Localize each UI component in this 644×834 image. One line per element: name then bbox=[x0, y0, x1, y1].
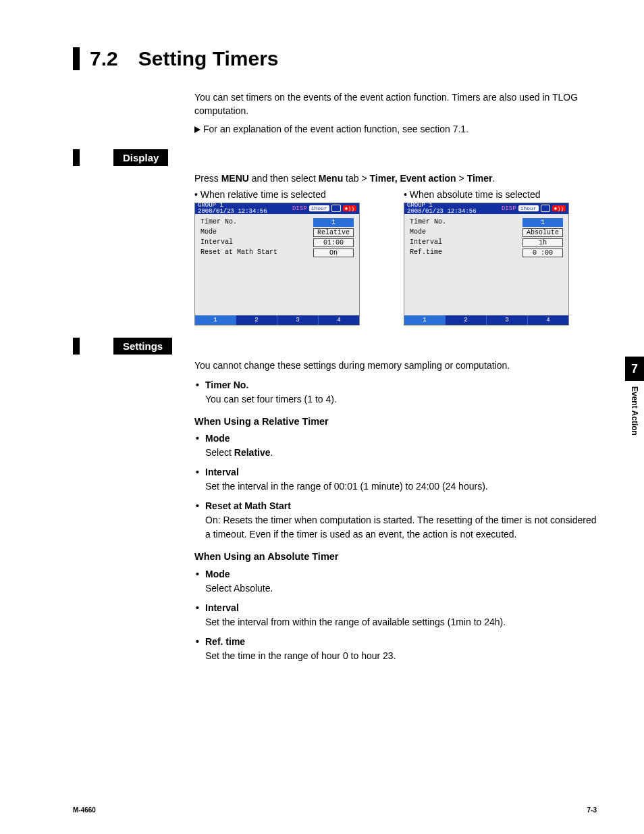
body-text: . bbox=[271, 447, 273, 458]
menu-text: . bbox=[493, 173, 495, 184]
chapter-label: Event Action bbox=[630, 386, 639, 436]
list-item: Timer No. You can set four timers (1 to … bbox=[194, 378, 597, 407]
menu-tab-label: Menu bbox=[319, 173, 344, 184]
interval-chip: 1hour bbox=[309, 205, 329, 211]
item-title: Timer No. bbox=[205, 380, 248, 390]
section-number: 7.2 bbox=[90, 47, 118, 70]
side-tab: 7 Event Action bbox=[625, 357, 644, 436]
footer-left: M-4660 bbox=[73, 806, 96, 814]
item-title: Mode bbox=[205, 433, 230, 444]
list-item: Mode Select Absolute. bbox=[194, 567, 597, 596]
heading-bar bbox=[73, 47, 80, 70]
menu-text: Press bbox=[194, 173, 221, 184]
footer-right: 7-3 bbox=[587, 806, 597, 814]
menu-text: and then select bbox=[249, 173, 319, 184]
section-heading: 7.2 Setting Timers bbox=[73, 47, 597, 70]
subheading-bar bbox=[73, 338, 80, 355]
menu-item-label: Timer bbox=[467, 173, 493, 184]
record-icon: ●)) bbox=[552, 205, 566, 211]
item-body: Select Relative. bbox=[205, 447, 273, 458]
lcd-field-value: Absolute bbox=[522, 228, 563, 237]
lcd-field-value: 01:00 bbox=[313, 238, 354, 247]
list-item: Reset at Math Start On: Resets the timer… bbox=[194, 499, 597, 542]
lcd-field-value: 0 :00 bbox=[522, 249, 563, 257]
lcd-field-label: Mode bbox=[200, 228, 217, 237]
subsection-heading: When Using a Relative Timer bbox=[194, 415, 597, 429]
item-body: Select Absolute. bbox=[205, 583, 273, 594]
menu-path: Press MENU and then select Menu tab > Ti… bbox=[194, 173, 597, 184]
lcd-tab: 1 bbox=[404, 315, 446, 325]
display-label: Display bbox=[113, 149, 168, 166]
lcd-tab: 4 bbox=[319, 315, 359, 325]
chapter-number: 7 bbox=[625, 357, 644, 381]
menu-text: > bbox=[456, 173, 467, 184]
body-bold: Relative bbox=[234, 447, 271, 458]
section-title: Setting Timers bbox=[138, 47, 279, 70]
disp-icon: DISP bbox=[292, 205, 307, 212]
lcd-field-label: Timer No. bbox=[200, 218, 237, 227]
item-body: You can set four timers (1 to 4). bbox=[205, 394, 337, 405]
body-text: Select bbox=[205, 447, 234, 458]
lcd-tab: 1 bbox=[195, 315, 236, 325]
camera-icon bbox=[541, 205, 550, 212]
lcd-datetime: 2008/01/23 12:34:56 bbox=[407, 208, 477, 215]
lcd-field-label: Interval bbox=[200, 238, 233, 247]
settings-subheading: Settings bbox=[73, 338, 597, 355]
lcd-field-label: Mode bbox=[410, 228, 426, 237]
lcd-field-value: Relative bbox=[313, 228, 354, 237]
lcd-datetime: 2008/01/23 12:34:56 bbox=[198, 208, 267, 215]
settings-label: Settings bbox=[113, 338, 172, 355]
triangle-icon bbox=[194, 126, 200, 133]
list-item: Mode Select Relative. bbox=[194, 432, 597, 460]
subheading-bar bbox=[73, 149, 80, 166]
lcd-tab: 4 bbox=[528, 315, 568, 325]
lcd-field-value: On bbox=[313, 249, 354, 257]
list-item: Interval Set the interval from within th… bbox=[194, 601, 597, 629]
lcd-tab: 2 bbox=[446, 315, 487, 325]
screenshot-caption-relative: • When relative time is selected bbox=[194, 189, 387, 200]
lcd-field-label: Timer No. bbox=[410, 218, 446, 227]
item-title: Interval bbox=[205, 467, 239, 477]
lcd-field-value: 1h bbox=[522, 238, 563, 247]
camera-icon bbox=[331, 205, 341, 212]
lcd-field-label: Ref.time bbox=[410, 249, 442, 257]
list-item: Interval Set the interval in the range o… bbox=[194, 465, 597, 494]
interval-chip: 1hour bbox=[518, 205, 539, 211]
cross-reference-text: For an explanation of the event action f… bbox=[203, 124, 468, 134]
item-title: Mode bbox=[205, 569, 230, 579]
list-item: Ref. time Set the time in the range of h… bbox=[194, 635, 597, 663]
intro-paragraph: You can set timers on the events of the … bbox=[194, 90, 597, 118]
item-body: Set the time in the range of hour 0 to h… bbox=[205, 650, 396, 661]
lcd-tab: 2 bbox=[236, 315, 277, 325]
lcd-tab: 3 bbox=[277, 315, 319, 325]
lcd-field-value: 1 bbox=[313, 218, 354, 227]
lcd-tab: 3 bbox=[487, 315, 528, 325]
screenshot-caption-absolute: • When absolute time is selected bbox=[404, 189, 597, 200]
item-title: Interval bbox=[205, 602, 239, 613]
settings-lead: You cannot change these settings during … bbox=[194, 359, 597, 373]
cross-reference: For an explanation of the event action f… bbox=[194, 124, 597, 134]
item-body: Set the interval in the range of 00:01 (… bbox=[205, 481, 488, 492]
record-icon: ●)) bbox=[343, 205, 356, 211]
menu-button-label: MENU bbox=[221, 173, 249, 184]
menu-item-label: Timer, Event action bbox=[370, 173, 456, 184]
item-title: Ref. time bbox=[205, 636, 245, 647]
lcd-screenshot-absolute: GROUP 1 2008/01/23 12:34:56 DISP 1hour ●… bbox=[404, 203, 569, 325]
lcd-field-value: 1 bbox=[522, 218, 563, 227]
lcd-screenshot-relative: GROUP 1 2008/01/23 12:34:56 DISP 1hour ●… bbox=[194, 203, 360, 325]
subsection-heading: When Using an Absolute Timer bbox=[194, 550, 597, 565]
item-body: On: Resets the timer when computation is… bbox=[205, 515, 596, 540]
display-subheading: Display bbox=[73, 149, 597, 166]
item-body: Set the interval from within the range o… bbox=[205, 617, 506, 627]
lcd-field-label: Interval bbox=[410, 238, 442, 247]
disp-icon: DISP bbox=[502, 205, 516, 212]
menu-text: tab > bbox=[343, 173, 369, 184]
lcd-field-label: Reset at Math Start bbox=[200, 249, 277, 257]
item-title: Reset at Math Start bbox=[205, 500, 291, 511]
page-footer: M-4660 7-3 bbox=[73, 806, 597, 814]
